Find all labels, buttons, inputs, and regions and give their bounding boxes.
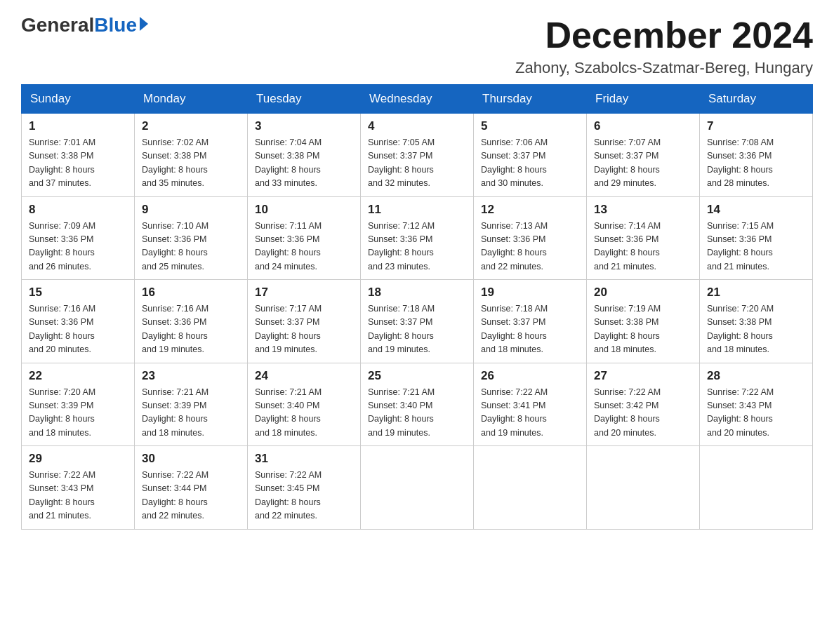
day-number: 11 — [368, 203, 466, 217]
weekday-header-thursday: Thursday — [474, 85, 587, 114]
calendar-cell: 5Sunrise: 7:06 AMSunset: 3:37 PMDaylight… — [474, 114, 587, 197]
day-number: 26 — [481, 369, 579, 383]
calendar-cell — [474, 446, 587, 530]
location-subtitle: Zahony, Szabolcs-Szatmar-Bereg, Hungary — [515, 59, 813, 77]
day-info: Sunrise: 7:22 AMSunset: 3:41 PMDaylight:… — [481, 386, 579, 441]
day-number: 23 — [142, 369, 240, 383]
calendar-cell: 15Sunrise: 7:16 AMSunset: 3:36 PMDayligh… — [22, 280, 135, 363]
calendar-cell: 24Sunrise: 7:21 AMSunset: 3:40 PMDayligh… — [248, 363, 361, 446]
day-info: Sunrise: 7:15 AMSunset: 3:36 PMDaylight:… — [707, 220, 805, 274]
calendar-cell: 4Sunrise: 7:05 AMSunset: 3:37 PMDaylight… — [361, 114, 474, 197]
day-number: 29 — [29, 452, 127, 466]
calendar-cell: 23Sunrise: 7:21 AMSunset: 3:39 PMDayligh… — [135, 363, 248, 446]
calendar-cell: 27Sunrise: 7:22 AMSunset: 3:42 PMDayligh… — [587, 363, 700, 446]
calendar-cell: 21Sunrise: 7:20 AMSunset: 3:38 PMDayligh… — [700, 280, 813, 363]
weekday-header-row: SundayMondayTuesdayWednesdayThursdayFrid… — [22, 85, 813, 114]
day-info: Sunrise: 7:13 AMSunset: 3:36 PMDaylight:… — [481, 220, 579, 274]
calendar-cell — [700, 446, 813, 530]
day-info: Sunrise: 7:22 AMSunset: 3:45 PMDaylight:… — [255, 469, 353, 523]
week-row-2: 8Sunrise: 7:09 AMSunset: 3:36 PMDaylight… — [22, 196, 813, 280]
calendar-cell: 13Sunrise: 7:14 AMSunset: 3:36 PMDayligh… — [587, 196, 700, 280]
day-info: Sunrise: 7:05 AMSunset: 3:37 PMDaylight:… — [368, 136, 466, 191]
day-number: 20 — [594, 286, 692, 300]
day-number: 1 — [29, 119, 127, 133]
day-info: Sunrise: 7:22 AMSunset: 3:43 PMDaylight:… — [29, 469, 127, 523]
day-number: 17 — [255, 286, 353, 300]
day-info: Sunrise: 7:07 AMSunset: 3:37 PMDaylight:… — [594, 136, 692, 191]
day-info: Sunrise: 7:17 AMSunset: 3:37 PMDaylight:… — [255, 302, 353, 357]
day-info: Sunrise: 7:20 AMSunset: 3:39 PMDaylight:… — [29, 386, 127, 441]
calendar-cell: 7Sunrise: 7:08 AMSunset: 3:36 PMDaylight… — [700, 114, 813, 197]
day-number: 28 — [707, 369, 805, 383]
week-row-4: 22Sunrise: 7:20 AMSunset: 3:39 PMDayligh… — [22, 363, 813, 446]
calendar-table: SundayMondayTuesdayWednesdayThursdayFrid… — [21, 84, 813, 530]
day-number: 6 — [594, 119, 692, 133]
calendar-cell: 3Sunrise: 7:04 AMSunset: 3:38 PMDaylight… — [248, 114, 361, 197]
day-info: Sunrise: 7:08 AMSunset: 3:36 PMDaylight:… — [707, 136, 805, 191]
calendar-cell: 17Sunrise: 7:17 AMSunset: 3:37 PMDayligh… — [248, 280, 361, 363]
month-title: December 2024 — [515, 14, 813, 56]
calendar-cell: 6Sunrise: 7:07 AMSunset: 3:37 PMDaylight… — [587, 114, 700, 197]
day-number: 19 — [481, 286, 579, 300]
day-info: Sunrise: 7:14 AMSunset: 3:36 PMDaylight:… — [594, 220, 692, 274]
day-number: 10 — [255, 203, 353, 217]
day-number: 27 — [594, 369, 692, 383]
day-number: 9 — [142, 203, 240, 217]
calendar-cell: 11Sunrise: 7:12 AMSunset: 3:36 PMDayligh… — [361, 196, 474, 280]
calendar-cell: 2Sunrise: 7:02 AMSunset: 3:38 PMDaylight… — [135, 114, 248, 197]
day-info: Sunrise: 7:09 AMSunset: 3:36 PMDaylight:… — [29, 220, 127, 274]
logo-arrow-icon — [140, 17, 148, 31]
day-info: Sunrise: 7:22 AMSunset: 3:42 PMDaylight:… — [594, 386, 692, 441]
day-number: 7 — [707, 119, 805, 133]
day-number: 25 — [368, 369, 466, 383]
day-number: 14 — [707, 203, 805, 217]
day-number: 15 — [29, 286, 127, 300]
calendar-cell: 31Sunrise: 7:22 AMSunset: 3:45 PMDayligh… — [248, 446, 361, 530]
calendar-cell: 30Sunrise: 7:22 AMSunset: 3:44 PMDayligh… — [135, 446, 248, 530]
day-number: 22 — [29, 369, 127, 383]
day-info: Sunrise: 7:02 AMSunset: 3:38 PMDaylight:… — [142, 136, 240, 191]
day-number: 8 — [29, 203, 127, 217]
day-number: 16 — [142, 286, 240, 300]
weekday-header-wednesday: Wednesday — [361, 85, 474, 114]
day-info: Sunrise: 7:21 AMSunset: 3:40 PMDaylight:… — [255, 386, 353, 441]
day-info: Sunrise: 7:12 AMSunset: 3:36 PMDaylight:… — [368, 220, 466, 274]
day-info: Sunrise: 7:21 AMSunset: 3:39 PMDaylight:… — [142, 386, 240, 441]
logo: General Blue — [21, 14, 148, 36]
calendar-cell — [361, 446, 474, 530]
logo-general-text: General — [21, 14, 94, 36]
calendar-cell: 28Sunrise: 7:22 AMSunset: 3:43 PMDayligh… — [700, 363, 813, 446]
day-info: Sunrise: 7:20 AMSunset: 3:38 PMDaylight:… — [707, 302, 805, 357]
day-number: 2 — [142, 119, 240, 133]
calendar-cell: 14Sunrise: 7:15 AMSunset: 3:36 PMDayligh… — [700, 196, 813, 280]
logo-blue-text: Blue — [94, 14, 137, 36]
day-info: Sunrise: 7:16 AMSunset: 3:36 PMDaylight:… — [29, 302, 127, 357]
weekday-header-sunday: Sunday — [22, 85, 135, 114]
day-number: 30 — [142, 452, 240, 466]
calendar-cell: 8Sunrise: 7:09 AMSunset: 3:36 PMDaylight… — [22, 196, 135, 280]
calendar-cell: 18Sunrise: 7:18 AMSunset: 3:37 PMDayligh… — [361, 280, 474, 363]
day-number: 12 — [481, 203, 579, 217]
calendar-cell: 22Sunrise: 7:20 AMSunset: 3:39 PMDayligh… — [22, 363, 135, 446]
day-number: 13 — [594, 203, 692, 217]
day-info: Sunrise: 7:19 AMSunset: 3:38 PMDaylight:… — [594, 302, 692, 357]
day-info: Sunrise: 7:22 AMSunset: 3:44 PMDaylight:… — [142, 469, 240, 523]
weekday-header-saturday: Saturday — [700, 85, 813, 114]
day-info: Sunrise: 7:04 AMSunset: 3:38 PMDaylight:… — [255, 136, 353, 191]
day-number: 31 — [255, 452, 353, 466]
calendar-cell — [587, 446, 700, 530]
calendar-cell: 20Sunrise: 7:19 AMSunset: 3:38 PMDayligh… — [587, 280, 700, 363]
week-row-3: 15Sunrise: 7:16 AMSunset: 3:36 PMDayligh… — [22, 280, 813, 363]
calendar-cell: 26Sunrise: 7:22 AMSunset: 3:41 PMDayligh… — [474, 363, 587, 446]
weekday-header-friday: Friday — [587, 85, 700, 114]
day-number: 24 — [255, 369, 353, 383]
calendar-cell: 16Sunrise: 7:16 AMSunset: 3:36 PMDayligh… — [135, 280, 248, 363]
page-header: General Blue December 2024 Zahony, Szabo… — [21, 14, 813, 77]
calendar-cell: 25Sunrise: 7:21 AMSunset: 3:40 PMDayligh… — [361, 363, 474, 446]
day-number: 4 — [368, 119, 466, 133]
day-info: Sunrise: 7:18 AMSunset: 3:37 PMDaylight:… — [481, 302, 579, 357]
day-number: 3 — [255, 119, 353, 133]
day-info: Sunrise: 7:11 AMSunset: 3:36 PMDaylight:… — [255, 220, 353, 274]
calendar-cell: 9Sunrise: 7:10 AMSunset: 3:36 PMDaylight… — [135, 196, 248, 280]
day-info: Sunrise: 7:06 AMSunset: 3:37 PMDaylight:… — [481, 136, 579, 191]
